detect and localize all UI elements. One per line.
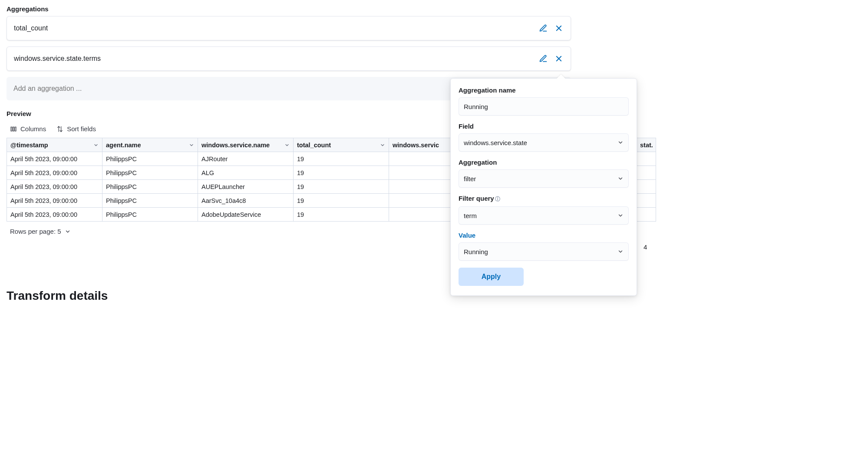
cell-timestamp: April 5th 2023, 09:00:00 <box>7 152 102 166</box>
aggregation-card: total_count <box>7 16 571 40</box>
cell-timestamp: April 5th 2023, 09:00:00 <box>7 194 102 208</box>
cell-stat <box>637 152 656 166</box>
aggregation-type-label: Aggregation <box>459 159 629 166</box>
cell-stat <box>637 208 656 222</box>
close-icon <box>555 55 563 63</box>
apply-button[interactable]: Apply <box>459 268 524 286</box>
column-header-agent[interactable]: agent.name <box>102 138 198 152</box>
chevron-down-icon <box>617 176 624 182</box>
aggregation-editor-popover: Aggregation name Field windows.service.s… <box>450 78 637 296</box>
cell-total: 19 <box>294 152 389 166</box>
aggregation-name: windows.service.state.terms <box>14 55 101 63</box>
cell-timestamp: April 5th 2023, 09:00:00 <box>7 180 102 194</box>
cell-agent: PhilippsPC <box>102 166 198 180</box>
column-header-label: stat. <box>640 142 653 149</box>
chevron-down-icon <box>617 212 624 219</box>
cell-timestamp: April 5th 2023, 09:00:00 <box>7 166 102 180</box>
cell-total: 19 <box>294 166 389 180</box>
column-header-label: @timestamp <box>10 142 48 149</box>
filter-query-value: term <box>464 212 477 219</box>
value-label: Value <box>459 232 629 239</box>
aggregation-type-select[interactable]: filter <box>459 169 629 188</box>
chevron-down-icon <box>380 143 385 148</box>
cell-service: ALG <box>198 166 294 180</box>
aggregation-name-input[interactable] <box>459 97 629 116</box>
cell-total: 19 <box>294 180 389 194</box>
column-header-total-count[interactable]: total_count <box>294 138 389 152</box>
sort-fields-button[interactable]: Sort fields <box>56 125 96 133</box>
svg-rect-4 <box>11 127 12 131</box>
aggregation-name-label: Aggregation name <box>459 86 629 94</box>
columns-button[interactable]: Columns <box>10 125 46 133</box>
close-icon <box>555 24 563 32</box>
cell-timestamp: April 5th 2023, 09:00:00 <box>7 208 102 222</box>
preview-toolbar: Columns Sort fields <box>7 121 861 138</box>
cell-agent: PhilippsPC <box>102 180 198 194</box>
cell-agent: PhilippsPC <box>102 208 198 222</box>
aggregation-card: windows.service.state.terms <box>7 46 571 71</box>
cell-agent: PhilippsPC <box>102 194 198 208</box>
chevron-down-icon <box>65 229 71 235</box>
cell-service: AJRouter <box>198 152 294 166</box>
chevron-down-icon <box>93 143 99 148</box>
edit-aggregation-button[interactable] <box>538 23 548 33</box>
chevron-down-icon <box>284 143 290 148</box>
column-header-label: windows.service.name <box>201 142 270 149</box>
pencil-icon <box>539 24 548 33</box>
cell-stat <box>637 194 656 208</box>
aggregation-name: total_count <box>14 24 48 32</box>
column-header-timestamp[interactable]: @timestamp <box>7 138 102 152</box>
edit-aggregation-button[interactable] <box>538 54 548 63</box>
chevron-down-icon <box>617 139 624 146</box>
sort-icon <box>56 126 63 133</box>
cell-service: AUEPLauncher <box>198 180 294 194</box>
field-label: Field <box>459 123 629 130</box>
column-header-service-name[interactable]: windows.service.name <box>198 138 294 152</box>
svg-rect-5 <box>13 127 14 131</box>
cell-total: 19 <box>294 194 389 208</box>
column-header-stat[interactable]: stat. <box>637 138 656 152</box>
filter-query-label-text: Filter query <box>459 195 494 202</box>
remove-aggregation-button[interactable] <box>554 54 564 63</box>
field-select[interactable]: windows.service.state <box>459 133 629 152</box>
aggregations-heading: Aggregations <box>7 5 861 13</box>
preview-heading: Preview <box>7 110 861 117</box>
column-header-label: windows.servic <box>393 142 439 149</box>
transform-details-heading: Transform details <box>7 289 861 303</box>
rows-per-page-label: Rows per page: 5 <box>10 228 61 235</box>
chevron-down-icon <box>617 249 624 255</box>
aggregation-actions <box>538 23 564 33</box>
value-select-value: Running <box>464 248 488 255</box>
cell-agent: PhilippsPC <box>102 152 198 166</box>
svg-rect-6 <box>15 127 16 131</box>
filter-query-label: Filter queryⓘ <box>459 195 629 203</box>
cell-stat <box>637 166 656 180</box>
value-select[interactable]: Running <box>459 242 629 261</box>
rows-per-page-select[interactable]: Rows per page: 5 <box>7 222 74 241</box>
remove-aggregation-button[interactable] <box>554 23 564 33</box>
help-icon[interactable]: ⓘ <box>495 196 500 202</box>
columns-label: Columns <box>20 125 46 133</box>
column-header-label: total_count <box>297 142 331 149</box>
sort-fields-label: Sort fields <box>67 125 96 133</box>
field-select-value: windows.service.state <box>464 139 527 146</box>
columns-icon <box>10 126 17 133</box>
overflow-number: 4 <box>644 243 647 251</box>
filter-query-select[interactable]: term <box>459 206 629 225</box>
cell-stat <box>637 180 656 194</box>
aggregation-type-value: filter <box>464 175 476 182</box>
column-header-label: agent.name <box>106 142 141 149</box>
chevron-down-icon <box>189 143 194 148</box>
cell-service: AarSvc_10a4c8 <box>198 194 294 208</box>
cell-service: AdobeUpdateService <box>198 208 294 222</box>
aggregation-actions <box>538 54 564 63</box>
cell-total: 19 <box>294 208 389 222</box>
pencil-icon <box>539 54 548 63</box>
